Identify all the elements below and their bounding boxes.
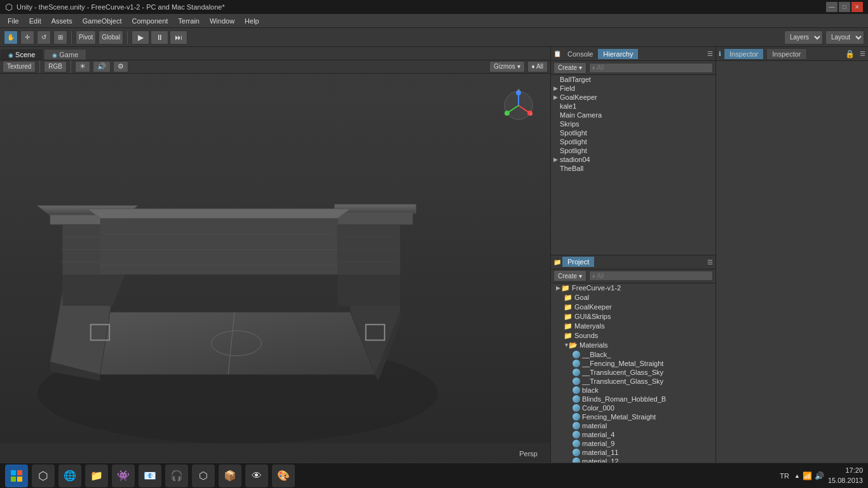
taskbar-volume-icon[interactable]: 🔊 (815, 471, 824, 480)
menu-terrain[interactable]: Terrain (173, 16, 205, 26)
project-tab[interactable]: Project (562, 257, 594, 267)
menu-help[interactable]: Help (240, 16, 264, 26)
layout-dropdown[interactable]: Layout (825, 30, 864, 44)
hand-tool-button[interactable]: ✋ (4, 30, 18, 44)
project-item-black[interactable]: __Black_ (551, 350, 715, 359)
project-item-material4[interactable]: material_4 (551, 430, 715, 439)
global-button[interactable]: Global (98, 30, 123, 44)
taskbar-headset-button[interactable]: 🎧 (165, 464, 188, 487)
taskbar-alien-button[interactable]: 👾 (112, 464, 135, 487)
menu-file[interactable]: File (3, 16, 24, 26)
hierarchy-item-spotlight2[interactable]: Spotlight (551, 137, 715, 146)
taskbar-chrome-button[interactable]: 🌐 (58, 464, 81, 487)
hierarchy-item-balltarget[interactable]: BallTarget (551, 75, 715, 84)
item-label: GUI&Skrips (574, 313, 611, 320)
hierarchy-item-field[interactable]: ▶ Field (551, 84, 715, 93)
svg-rect-41 (17, 470, 22, 475)
rotate-tool-button[interactable]: ↺ (37, 30, 51, 44)
pivot-button[interactable]: Pivot (76, 30, 96, 44)
inspector-panel: ℹ Inspector Inspector 🔒 ☰ (715, 47, 868, 463)
taskbar-unity2-button[interactable]: ⬡ (192, 464, 215, 487)
hierarchy-menu-icon[interactable]: ☰ (707, 50, 713, 57)
project-item-goalkeeper[interactable]: 📁 GoalKeeper (551, 302, 715, 312)
start-button[interactable] (5, 464, 28, 487)
scene-audio-button[interactable]: 🔊 (93, 61, 111, 72)
game-tab[interactable]: ◉ Game (44, 49, 86, 60)
scene-effects-button[interactable]: ⚙ (113, 61, 128, 72)
project-item-freecurve[interactable]: ▶ 📁 FreeCurve-v1-2 (551, 283, 715, 293)
taskbar-explorer-button[interactable]: 📁 (85, 464, 108, 487)
play-button[interactable]: ▶ (132, 30, 149, 44)
scale-tool-button[interactable]: ⊞ (53, 30, 67, 44)
hierarchy-item-skrips[interactable]: Skrips (551, 119, 715, 128)
project-item-guiskrips[interactable]: 📁 GUI&Skrips (551, 312, 715, 322)
move-tool-button[interactable]: ✛ (20, 30, 34, 44)
hierarchy-tab[interactable]: Hierarchy (598, 49, 638, 59)
all-button[interactable]: ♦ All (527, 61, 548, 72)
item-label: TheBall (560, 165, 583, 172)
project-item-translucent2[interactable]: __Translucent_Glass_Sky (551, 377, 715, 386)
item-label: Main Camera (560, 111, 602, 119)
gizmos-button[interactable]: Gizmos ▾ (489, 61, 525, 72)
project-item-black2[interactable]: black (551, 386, 715, 395)
menu-assets[interactable]: Assets (46, 16, 78, 26)
sep-scene-1 (39, 60, 40, 73)
hierarchy-search-input[interactable] (589, 63, 713, 73)
inspector-tab-1[interactable]: Inspector (724, 48, 764, 60)
project-item-material[interactable]: material (551, 421, 715, 430)
taskbar-arrow-icon[interactable]: ▲ (794, 473, 800, 479)
scene-area: ◉ Scene ◉ Game Textured RGB ☀ 🔊 ⚙ Gizmos… (0, 47, 550, 463)
project-item-materials[interactable]: ▼ 📂 Materials (551, 341, 715, 350)
inspector-menu-icon[interactable]: ☰ (860, 50, 865, 57)
taskbar-clock[interactable]: 17:20 15.08.2013 (828, 466, 863, 485)
project-item-material12[interactable]: material_12 (551, 457, 715, 463)
textured-button[interactable]: Textured (3, 61, 36, 72)
project-create-button[interactable]: Create ▾ (553, 270, 587, 281)
project-item-materyals[interactable]: 📁 Materyals (551, 322, 715, 331)
project-item-goal[interactable]: 📁 Goal (551, 293, 715, 302)
scene-3d-view[interactable]: Z X Y Persp (0, 74, 550, 463)
scene-tab[interactable]: ◉ Scene (0, 49, 43, 60)
inspector-lock-button[interactable]: 🔒 (845, 50, 855, 58)
project-item-sounds[interactable]: 📁 Sounds (551, 331, 715, 341)
sep-scene-2 (71, 60, 71, 73)
project-menu-icon[interactable]: ☰ (707, 259, 713, 266)
clock-date: 15.08.2013 (828, 476, 863, 485)
pause-button[interactable]: ⏸ (151, 30, 168, 44)
hierarchy-item-kale1[interactable]: kale1 (551, 102, 715, 111)
step-button[interactable]: ⏭ (170, 30, 187, 44)
menu-gameobject[interactable]: GameObject (78, 16, 127, 26)
menu-edit[interactable]: Edit (24, 16, 46, 26)
taskbar-unity-button[interactable]: ⬡ (32, 464, 55, 487)
hierarchy-create-button[interactable]: Create ▾ (553, 62, 587, 74)
hierarchy-item-maincamera[interactable]: Main Camera (551, 111, 715, 119)
project-item-fencing2[interactable]: Fencing_Metal_Straight (551, 412, 715, 421)
hierarchy-item-stadion04[interactable]: ▶ stadion04 (551, 155, 715, 164)
hierarchy-item-theball[interactable]: TheBall (551, 164, 715, 173)
hierarchy-item-goalkeeper[interactable]: ▶ GoalKeeper (551, 93, 715, 102)
hierarchy-item-spotlight3[interactable]: Spotlight (551, 146, 715, 155)
layers-dropdown[interactable]: Layers (784, 30, 823, 44)
taskbar-mail-button[interactable]: 📧 (139, 464, 161, 487)
close-button[interactable]: ✕ (851, 2, 863, 12)
taskbar-sys-tray: TR ▲ 📶 🔊 (780, 471, 824, 480)
project-item-blinds[interactable]: Blinds_Roman_Hobbled_B (551, 395, 715, 403)
menu-component[interactable]: Component (126, 16, 173, 26)
scene-lighting-button[interactable]: ☀ (75, 61, 90, 72)
maximize-button[interactable]: □ (839, 2, 850, 12)
taskbar-paint-button[interactable]: 🎨 (272, 464, 295, 487)
project-search-input[interactable] (589, 271, 713, 281)
project-item-fencing-metal[interactable]: __Fencing_Metal_Straight (551, 359, 715, 368)
taskbar-eye-button[interactable]: 👁 (245, 464, 268, 487)
rgb-button[interactable]: RGB (44, 61, 67, 72)
project-item-material9[interactable]: material_9 (551, 439, 715, 448)
project-item-material11[interactable]: material_11 (551, 448, 715, 457)
menu-window[interactable]: Window (205, 16, 240, 26)
hierarchy-item-spotlight1[interactable]: Spotlight (551, 128, 715, 137)
taskbar-sketchup-button[interactable]: 📦 (219, 464, 241, 487)
inspector-tab-2[interactable]: Inspector (766, 48, 806, 60)
minimize-button[interactable]: — (826, 2, 837, 12)
console-tab[interactable]: Console (562, 49, 598, 59)
project-item-color000[interactable]: Color_000 (551, 403, 715, 412)
project-item-translucent1[interactable]: __Translucent_Glass_Sky (551, 368, 715, 377)
